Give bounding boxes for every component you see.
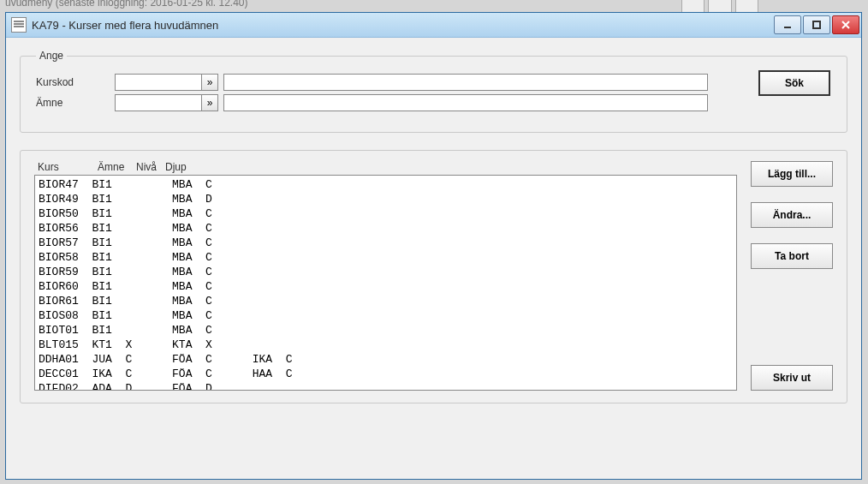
table-row[interactable]: BIOR50 BI1 MBA C	[39, 206, 733, 221]
svg-rect-1	[813, 21, 820, 28]
table-row[interactable]: DECC01 IKA C FÖA C HAA C	[39, 367, 733, 381]
kurskod-desc-input[interactable]	[223, 74, 708, 91]
list-header: KursÄmneNivåDjup	[34, 161, 737, 173]
table-row[interactable]: BIOR61 BI1 MBA C	[39, 294, 733, 308]
table-row[interactable]: BIOR47 BI1 MBA C	[39, 177, 733, 192]
maximize-icon	[812, 20, 822, 30]
amne-input[interactable]	[115, 94, 202, 111]
skriv-ut-button[interactable]: Skriv ut	[751, 365, 833, 391]
results-fieldset: KursÄmneNivåDjup BIOR47 BI1 MBA C BIOR49…	[20, 150, 847, 403]
table-row[interactable]: BIOR60 BI1 MBA C	[39, 279, 733, 294]
close-icon	[841, 20, 851, 30]
andra-button[interactable]: Ändra...	[751, 202, 833, 228]
window-ka79: KA79 - Kurser med flera huvudämnen Sök A…	[5, 12, 862, 480]
titlebar[interactable]: KA79 - Kurser med flera huvudämnen	[6, 13, 861, 38]
table-row[interactable]: BIOR49 BI1 MBA D	[39, 192, 733, 206]
kurskod-input[interactable]	[115, 74, 202, 91]
svg-rect-0	[784, 27, 791, 28]
results-listbox[interactable]: BIOR47 BI1 MBA C BIOR49 BI1 MBA D BIOR50…	[34, 175, 737, 391]
close-button[interactable]	[832, 15, 859, 34]
minimize-icon	[782, 20, 793, 30]
table-row[interactable]: BIOR58 BI1 MBA C	[39, 250, 733, 265]
ange-fieldset: Ange Kurskod » Ämne »	[20, 50, 847, 133]
table-row[interactable]: DDHA01 JUA C FÖA C IKA C	[39, 352, 733, 367]
table-row[interactable]: BIOT01 BI1 MBA C	[39, 323, 733, 338]
window-title: KA79 - Kurser med flera huvudämnen	[32, 19, 774, 32]
minimize-button[interactable]	[774, 15, 801, 34]
table-row[interactable]: BIOS08 BI1 MBA C	[39, 308, 733, 323]
amne-label: Ämne	[36, 97, 115, 109]
kurskod-label: Kurskod	[36, 76, 115, 88]
sok-button[interactable]: Sök	[758, 70, 830, 96]
lagg-till-button[interactable]: Lägg till...	[751, 161, 833, 187]
maximize-button[interactable]	[803, 15, 830, 34]
ta-bort-button[interactable]: Ta bort	[751, 243, 833, 269]
ange-legend: Ange	[36, 50, 67, 62]
table-row[interactable]: BIOR59 BI1 MBA C	[39, 265, 733, 279]
amne-desc-input[interactable]	[223, 94, 708, 111]
table-row[interactable]: BLT015 KT1 X KTA X	[39, 338, 733, 352]
table-row[interactable]: BIOR57 BI1 MBA C	[39, 236, 733, 250]
table-row[interactable]: BIOR56 BI1 MBA C	[39, 221, 733, 236]
kurskod-picker-button[interactable]: »	[201, 74, 218, 91]
app-icon	[11, 17, 27, 33]
amne-picker-button[interactable]: »	[201, 94, 218, 111]
table-row[interactable]: DIFD02 ADA D FÖA D	[39, 381, 733, 391]
